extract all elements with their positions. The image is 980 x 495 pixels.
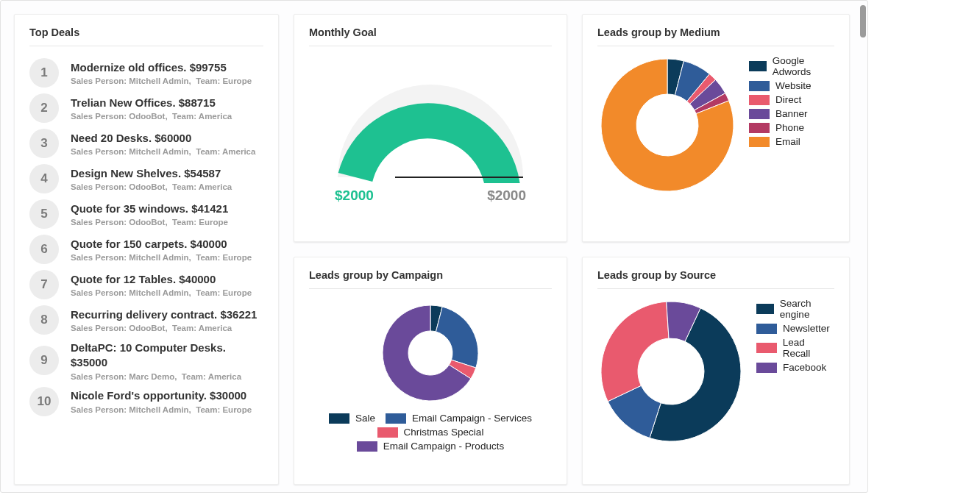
deal-title: DeltaPC: 10 Computer Desks. $35000 bbox=[71, 341, 263, 371]
legend-item[interactable]: Direct bbox=[749, 94, 834, 105]
deal-row[interactable]: 5Quote for 35 windows. $41421Sales Perso… bbox=[29, 196, 263, 232]
legend-label: Website bbox=[775, 80, 812, 91]
legend-item[interactable]: Facebook bbox=[756, 362, 834, 373]
dashboard-frame: Top Deals 1Modernize old offices. $99755… bbox=[0, 0, 868, 493]
legend-label: Sale bbox=[355, 413, 375, 424]
deal-row[interactable]: 1Modernize old offices. $99755Sales Pers… bbox=[29, 55, 263, 90]
legend-swatch bbox=[749, 61, 767, 71]
legend-item[interactable]: Search engine bbox=[756, 298, 834, 320]
legend-item[interactable]: Lead Recall bbox=[756, 337, 834, 359]
deal-title: Modernize old offices. $99755 bbox=[71, 60, 252, 75]
scrollbar-thumb[interactable] bbox=[860, 5, 866, 38]
legend-swatch bbox=[749, 123, 770, 133]
deal-rank-badge: 3 bbox=[29, 129, 59, 158]
card-leads-medium: Leads group by Medium Google AdwordsWebs… bbox=[582, 14, 850, 242]
legend-item[interactable]: Website bbox=[749, 80, 834, 91]
gauge-wrap: $2000 $2000 bbox=[309, 55, 552, 204]
deal-meta: Sales Person: Mitchell Admin, Team: Amer… bbox=[71, 147, 255, 156]
legend-swatch bbox=[749, 95, 770, 105]
deal-meta: Sales Person: OdooBot, Team: Europe bbox=[71, 218, 228, 227]
deal-row[interactable]: 4Design New Shelves. $54587Sales Person:… bbox=[29, 161, 263, 196]
legend-label: Banner bbox=[775, 108, 808, 119]
card-leads-source: Leads group by Source Search engineNewsl… bbox=[582, 257, 850, 485]
legend-swatch bbox=[756, 324, 777, 334]
gauge-target-label: $2000 bbox=[487, 188, 526, 204]
legend-swatch bbox=[749, 109, 770, 119]
deal-row[interactable]: 6Quote for 150 carpets. $40000Sales Pers… bbox=[29, 232, 263, 267]
card-title: Top Deals bbox=[29, 26, 263, 46]
deal-meta: Sales Person: Mitchell Admin, Team: Euro… bbox=[71, 253, 252, 262]
deal-row[interactable]: 8Recurring delivery contract. $36221Sale… bbox=[29, 302, 263, 338]
legend-item[interactable]: Phone bbox=[749, 122, 834, 133]
deal-body: Trelian New Offices. $88715Sales Person:… bbox=[71, 96, 232, 121]
legend-label: Google Adwords bbox=[773, 55, 834, 77]
legend-label: Search engine bbox=[780, 298, 834, 320]
legend-label: Newsletter bbox=[783, 323, 830, 334]
legend-item[interactable]: Sale bbox=[329, 413, 375, 424]
deal-meta: Sales Person: OdooBot, Team: America bbox=[71, 112, 232, 121]
deal-row[interactable]: 10Nicole Ford's opportunity. $30000Sales… bbox=[29, 384, 263, 419]
deal-rank-badge: 6 bbox=[29, 235, 59, 264]
donut-chart bbox=[597, 298, 745, 448]
deal-meta: Sales Person: Mitchell Admin, Team: Euro… bbox=[71, 288, 252, 297]
deal-title: Trelian New Offices. $88715 bbox=[71, 96, 232, 110]
deal-meta: Sales Person: Mitchell Admin, Team: Euro… bbox=[71, 405, 252, 414]
deal-body: Need 20 Desks. $60000Sales Person: Mitch… bbox=[71, 131, 255, 156]
legend-item[interactable]: Christmas Special bbox=[377, 427, 484, 438]
chart-stage: Search engineNewsletterLead RecallFacebo… bbox=[597, 298, 834, 448]
legend-label: Email Campaign - Services bbox=[412, 413, 532, 424]
deal-body: Modernize old offices. $99755Sales Perso… bbox=[71, 60, 252, 85]
legend-label: Facebook bbox=[783, 362, 826, 373]
deal-title: Quote for 35 windows. $41421 bbox=[71, 202, 228, 216]
legend-item[interactable]: Email Campaign - Services bbox=[386, 413, 532, 424]
deal-title: Quote for 150 carpets. $40000 bbox=[71, 237, 252, 252]
deal-title: Quote for 12 Tables. $40000 bbox=[71, 272, 252, 287]
legend-item[interactable]: Email Campaign - Products bbox=[357, 441, 504, 452]
legend-item[interactable]: Google Adwords bbox=[749, 55, 834, 77]
card-leads-campaign: Leads group by Campaign SaleEmail Campai… bbox=[294, 257, 567, 485]
card-title: Leads group by Medium bbox=[597, 26, 834, 46]
donut-slice[interactable] bbox=[601, 302, 669, 402]
deal-body: Quote for 35 windows. $41421Sales Person… bbox=[71, 202, 228, 227]
donut-slice[interactable] bbox=[436, 307, 478, 368]
gauge-value-label: $2000 bbox=[335, 188, 374, 204]
deal-row[interactable]: 9DeltaPC: 10 Computer Desks. $35000Sales… bbox=[29, 338, 263, 384]
deal-rank-badge: 2 bbox=[29, 93, 59, 123]
deal-title: Need 20 Desks. $60000 bbox=[71, 131, 255, 146]
legend-label: Lead Recall bbox=[783, 337, 834, 359]
legend-label: Email Campaign - Products bbox=[383, 441, 504, 452]
legend-item[interactable]: Banner bbox=[749, 108, 834, 119]
legend-swatch bbox=[756, 363, 777, 373]
legend-swatch bbox=[749, 137, 770, 147]
legend-label: Direct bbox=[775, 94, 801, 105]
legend: Search engineNewsletterLead RecallFacebo… bbox=[756, 298, 834, 376]
card-top-deals: Top Deals 1Modernize old offices. $99755… bbox=[14, 14, 279, 485]
legend-swatch bbox=[329, 413, 349, 424]
deal-meta: Sales Person: OdooBot, Team: America bbox=[71, 324, 257, 332]
chart-stage: SaleEmail Campaign - ServicesChristmas S… bbox=[309, 298, 552, 452]
card-monthly-goal: Monthly Goal $2000 $2000 bbox=[294, 14, 567, 242]
deal-body: Quote for 150 carpets. $40000Sales Perso… bbox=[71, 237, 252, 262]
legend-label: Phone bbox=[775, 122, 804, 133]
legend: Google AdwordsWebsiteDirectBannerPhoneEm… bbox=[749, 55, 834, 150]
deal-rank-badge: 9 bbox=[29, 346, 59, 375]
legend-label: Email bbox=[775, 136, 800, 147]
dashboard-grid: Top Deals 1Modernize old offices. $99755… bbox=[1, 1, 867, 493]
deal-row[interactable]: 3Need 20 Desks. $60000Sales Person: Mitc… bbox=[29, 126, 263, 161]
deal-body: Design New Shelves. $54587Sales Person: … bbox=[71, 166, 232, 191]
deal-rank-badge: 4 bbox=[29, 164, 59, 193]
legend-item[interactable]: Email bbox=[749, 136, 834, 147]
legend-swatch bbox=[386, 413, 406, 424]
deal-meta: Sales Person: OdooBot, Team: America bbox=[71, 182, 232, 191]
deal-rank-badge: 1 bbox=[29, 58, 59, 88]
deal-row[interactable]: 2Trelian New Offices. $88715Sales Person… bbox=[29, 90, 263, 126]
card-title: Monthly Goal bbox=[309, 26, 552, 46]
deals-list: 1Modernize old offices. $99755Sales Pers… bbox=[29, 55, 263, 419]
legend-label: Christmas Special bbox=[404, 427, 484, 438]
donut-chart bbox=[372, 298, 489, 408]
card-title: Leads group by Source bbox=[597, 269, 834, 289]
legend-item[interactable]: Newsletter bbox=[756, 323, 834, 334]
donut-chart bbox=[597, 55, 737, 198]
deal-title: Nicole Ford's opportunity. $30000 bbox=[71, 388, 252, 403]
deal-row[interactable]: 7Quote for 12 Tables. $40000Sales Person… bbox=[29, 267, 263, 302]
